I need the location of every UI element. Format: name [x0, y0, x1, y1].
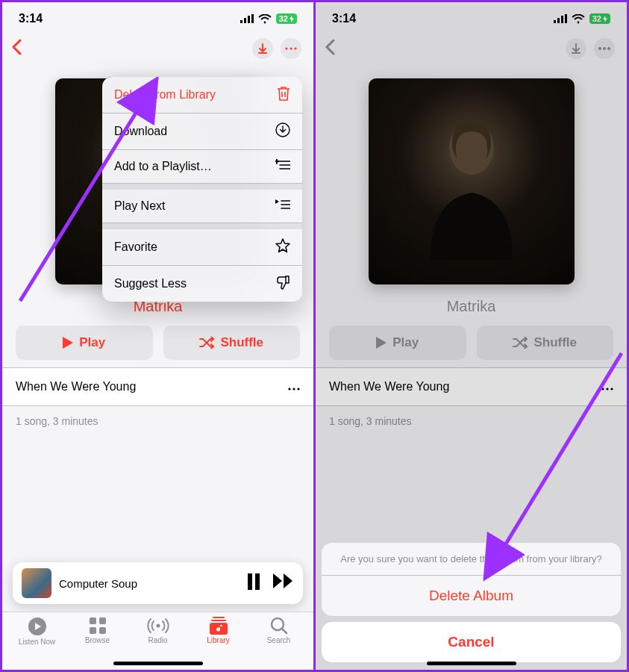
status-bar: 3:14 32: [2, 2, 313, 35]
svg-point-10: [292, 388, 295, 390]
play-icon: [63, 337, 73, 349]
now-playing-bar[interactable]: Computer Soup: [13, 562, 303, 604]
album-meta: 1 song, 3 minutes: [2, 406, 313, 436]
trash-icon: [277, 86, 290, 104]
playlist-add-icon: [275, 159, 290, 174]
play-next-icon: [275, 199, 290, 214]
action-sheet: Are you sure you want to delete this alb…: [322, 543, 621, 662]
download-icon: [275, 122, 290, 140]
svg-rect-16: [99, 617, 106, 624]
signal-icon: [240, 14, 254, 23]
menu-download[interactable]: Download: [102, 113, 302, 150]
wifi-icon: [258, 14, 272, 24]
track-row[interactable]: When We Were Young: [2, 367, 313, 406]
forward-button[interactable]: [273, 573, 294, 593]
star-icon: [275, 238, 290, 256]
svg-rect-1: [244, 18, 246, 23]
nav-bar: [2, 35, 313, 62]
svg-rect-21: [211, 620, 226, 621]
menu-play-next[interactable]: Play Next: [102, 190, 302, 223]
svg-point-7: [294, 47, 296, 49]
svg-rect-18: [99, 627, 106, 634]
shuffle-icon: [199, 337, 214, 349]
download-button[interactable]: [252, 38, 273, 59]
action-sheet-message: Are you sure you want to delete this alb…: [322, 543, 621, 576]
svg-point-11: [297, 388, 299, 390]
clock: 3:14: [19, 12, 43, 25]
svg-rect-20: [213, 617, 225, 618]
battery-icon: 32: [276, 13, 297, 24]
tab-search[interactable]: Search: [248, 617, 309, 670]
menu-add-to-playlist[interactable]: Add to a Playlist…: [102, 150, 302, 184]
svg-point-9: [288, 388, 290, 390]
more-button[interactable]: [281, 38, 301, 59]
svg-rect-12: [248, 573, 252, 590]
track-more-icon[interactable]: [288, 380, 300, 393]
home-indicator[interactable]: [113, 662, 203, 665]
svg-rect-13: [255, 573, 260, 590]
cancel-button[interactable]: Cancel: [322, 622, 621, 662]
tab-listen-now[interactable]: Listen Now: [7, 617, 67, 670]
svg-point-4: [263, 21, 266, 23]
track-title: When We Were Young: [16, 380, 136, 393]
menu-delete-from-library[interactable]: Delete from Library: [102, 77, 302, 113]
svg-rect-17: [90, 627, 96, 634]
now-playing-art: [22, 568, 51, 598]
shuffle-button[interactable]: Shuffle: [163, 326, 301, 360]
svg-point-6: [290, 47, 292, 49]
thumbs-down-icon: [275, 275, 290, 293]
context-menu: Delete from Library Download Add to a Pl…: [102, 77, 302, 302]
menu-suggest-less[interactable]: Suggest Less: [102, 266, 302, 302]
home-indicator[interactable]: [427, 662, 516, 665]
svg-rect-15: [90, 617, 96, 624]
svg-point-19: [156, 624, 160, 628]
back-button[interactable]: [11, 39, 23, 58]
now-playing-title: Computer Soup: [59, 577, 239, 590]
svg-rect-2: [248, 16, 250, 23]
delete-album-button[interactable]: Delete Album: [322, 576, 621, 616]
svg-rect-3: [251, 14, 254, 23]
menu-favorite[interactable]: Favorite: [102, 229, 302, 266]
svg-rect-0: [240, 20, 242, 23]
play-button[interactable]: Play: [16, 326, 153, 360]
pause-button[interactable]: [246, 573, 261, 593]
svg-point-5: [285, 47, 287, 49]
